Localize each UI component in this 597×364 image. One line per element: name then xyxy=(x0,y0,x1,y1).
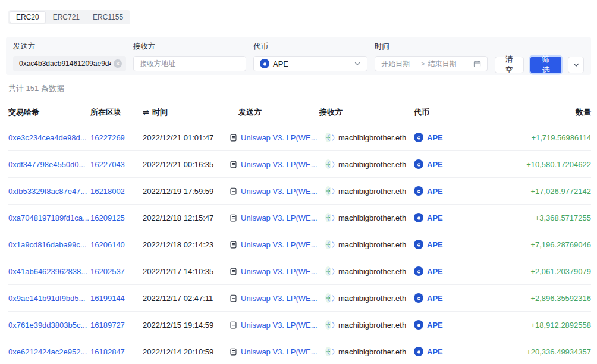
token-link[interactable]: APE xyxy=(427,133,443,142)
block-link[interactable]: 16189727 xyxy=(90,321,125,330)
token-label: 代币 xyxy=(253,43,367,51)
block-link[interactable]: 16218002 xyxy=(90,187,125,196)
sender-link[interactable]: Uniswap V3. LP(WE... xyxy=(241,160,318,169)
tab[interactable]: ERC721 xyxy=(47,11,86,23)
sender-link[interactable]: Uniswap V3. LP(WE... xyxy=(241,294,318,303)
tx-hash-link[interactable]: 0x1a9cd816daba99c... xyxy=(8,240,87,249)
token-select[interactable]: APE xyxy=(253,56,367,71)
start-date-input[interactable] xyxy=(381,59,418,68)
token-select-value: APE xyxy=(273,59,288,68)
token-link[interactable]: APE xyxy=(427,160,443,169)
tx-time: 2022/12/21 01:01:47 xyxy=(143,133,230,142)
clear-button[interactable]: 清空 xyxy=(495,57,524,73)
tx-hash-link[interactable]: 0x41ab64623962838... xyxy=(8,267,87,276)
block-link[interactable]: 16227043 xyxy=(90,160,125,169)
table-row: 0x761e39dd3803b5c... 16189727 2022/12/15… xyxy=(8,312,591,338)
sender-input[interactable] xyxy=(13,56,126,71)
collapse-button[interactable] xyxy=(568,57,584,73)
tab[interactable]: ERC20 xyxy=(10,11,46,23)
address-icon xyxy=(327,321,335,329)
tx-time: 2022/12/14 20:10:59 xyxy=(143,347,230,356)
date-range-picker[interactable]: > xyxy=(375,56,488,71)
address-icon xyxy=(327,187,335,195)
receiver-address[interactable]: machibigbrother.eth xyxy=(338,187,406,196)
range-separator: > xyxy=(421,60,425,67)
receiver-address[interactable]: machibigbrother.eth xyxy=(338,214,406,222)
sender-label: 发送方 xyxy=(13,43,126,51)
token-link[interactable]: APE xyxy=(427,267,443,276)
block-link[interactable]: 16182847 xyxy=(90,347,125,356)
tx-hash-link[interactable]: 0xfb53329f8ac87e47... xyxy=(8,187,87,196)
token-link[interactable]: APE xyxy=(427,214,443,222)
tx-hash-link[interactable]: 0x9ae141b91df9bd5... xyxy=(8,294,85,303)
sender-link[interactable]: Uniswap V3. LP(WE... xyxy=(241,347,318,356)
ape-token-icon xyxy=(260,59,269,68)
receiver-address[interactable]: machibigbrother.eth xyxy=(338,347,406,356)
sender-link[interactable]: Uniswap V3. LP(WE... xyxy=(241,133,318,142)
ape-token-icon xyxy=(414,293,423,303)
block-link[interactable]: 16199144 xyxy=(90,294,125,303)
contract-icon xyxy=(230,321,237,329)
address-icon xyxy=(327,161,335,168)
receiver-address[interactable]: machibigbrother.eth xyxy=(338,160,406,169)
amount-value: +10,580.17204622 xyxy=(471,160,591,169)
header-time-label: 时间 xyxy=(152,107,168,118)
amount-value: +20,336.49934357 xyxy=(471,347,591,356)
token-link[interactable]: APE xyxy=(427,347,443,356)
header-block: 所在区块 xyxy=(90,107,143,118)
tx-time: 2022/12/15 19:14:59 xyxy=(143,321,230,330)
tab-bar: ERC20ERC721ERC1155 xyxy=(8,10,130,24)
table-row: 0xe3c234cea4de98d... 16227269 2022/12/21… xyxy=(8,124,591,151)
receiver-address[interactable]: machibigbrother.eth xyxy=(338,267,406,276)
filter-actions: 清空 筛选 xyxy=(495,57,584,73)
sender-link[interactable]: Uniswap V3. LP(WE... xyxy=(241,321,318,330)
block-link[interactable]: 16206140 xyxy=(90,240,125,249)
contract-icon xyxy=(230,134,237,142)
receiver-address[interactable]: machibigbrother.eth xyxy=(338,133,406,142)
table-body: 0xe3c234cea4de98d... 16227269 2022/12/21… xyxy=(8,124,591,364)
table-row: 0xa7048197189fd1ca... 16209125 2022/12/1… xyxy=(8,205,591,231)
sender-link[interactable]: Uniswap V3. LP(WE... xyxy=(241,267,318,276)
ape-token-icon xyxy=(414,213,423,222)
tx-hash-link[interactable]: 0x761e39dd3803b5c... xyxy=(8,321,87,330)
tx-time: 2022/12/19 17:59:59 xyxy=(143,187,230,196)
chevron-down-icon xyxy=(573,61,580,68)
tx-hash-link[interactable]: 0xe6212424ac2e952... xyxy=(8,347,87,356)
token-link[interactable]: APE xyxy=(427,321,443,330)
receiver-address[interactable]: machibigbrother.eth xyxy=(338,321,406,330)
amount-value: +18,912.2892558 xyxy=(471,321,591,330)
block-link[interactable]: 16227269 xyxy=(90,133,125,142)
clear-input-icon[interactable]: ✕ xyxy=(114,59,122,68)
contract-icon xyxy=(230,161,237,168)
contract-icon xyxy=(230,214,237,222)
contract-icon xyxy=(230,348,237,356)
address-icon xyxy=(327,214,335,222)
address-icon xyxy=(327,268,335,275)
sender-link[interactable]: Uniswap V3. LP(WE... xyxy=(241,214,318,222)
header-sender: 发送方 xyxy=(230,107,327,118)
amount-value: +2,896.35592316 xyxy=(471,294,591,303)
token-link[interactable]: APE xyxy=(427,294,443,303)
sender-link[interactable]: Uniswap V3. LP(WE... xyxy=(241,187,318,196)
token-link[interactable]: APE xyxy=(427,187,443,196)
tx-hash-link[interactable]: 0xe3c234cea4de98d... xyxy=(8,133,87,142)
table-row: 0x9ae141b91df9bd5... 16199144 2022/12/17… xyxy=(8,285,591,312)
tx-hash-link[interactable]: 0xdf347798e4550d0... xyxy=(8,160,85,169)
filter-button[interactable]: 筛选 xyxy=(530,57,562,73)
receiver-address[interactable]: machibigbrother.eth xyxy=(338,294,406,303)
table-row: 0xfb53329f8ac87e47... 16218002 2022/12/1… xyxy=(8,178,591,205)
block-link[interactable]: 16209125 xyxy=(90,214,125,222)
contract-icon xyxy=(230,241,237,249)
block-link[interactable]: 16202537 xyxy=(90,267,125,276)
receiver-input[interactable] xyxy=(133,56,246,71)
receiver-address[interactable]: machibigbrother.eth xyxy=(338,240,406,249)
sender-link[interactable]: Uniswap V3. LP(WE... xyxy=(241,240,318,249)
token-link[interactable]: APE xyxy=(427,240,443,249)
amount-value: +17,026.9772142 xyxy=(471,187,591,196)
calendar-icon[interactable] xyxy=(473,60,481,68)
filter-time: 时间 > xyxy=(375,43,488,75)
header-amount: 数量 xyxy=(471,107,591,118)
tab[interactable]: ERC1155 xyxy=(87,11,129,23)
tx-hash-link[interactable]: 0xa7048197189fd1ca... xyxy=(8,214,89,222)
end-date-input[interactable] xyxy=(428,59,464,68)
